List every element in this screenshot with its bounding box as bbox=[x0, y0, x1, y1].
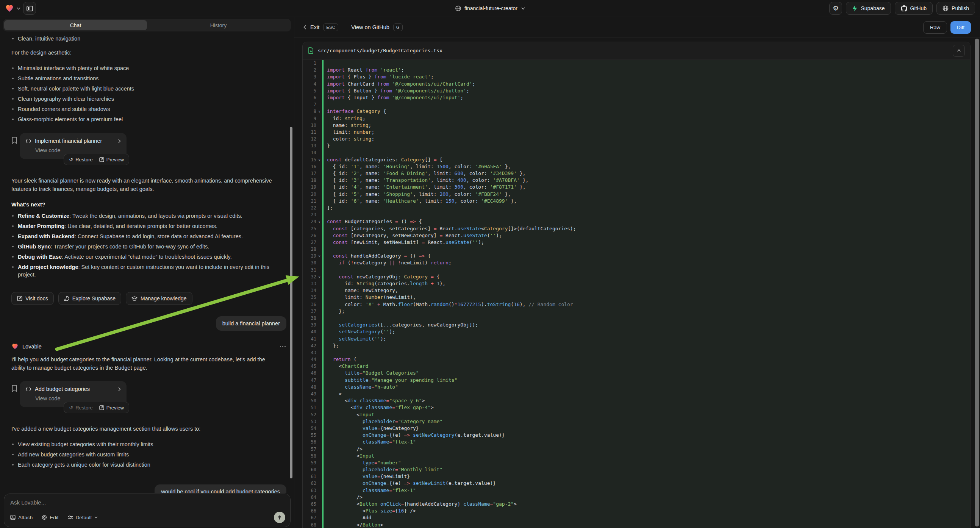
code-line: 23 bbox=[303, 212, 970, 218]
line-number: 12 bbox=[303, 135, 316, 142]
line-number: 8 bbox=[303, 108, 316, 115]
assistant-intro: I'll help you add budget categories to t… bbox=[11, 355, 279, 372]
line-number: 18 bbox=[303, 177, 316, 184]
code-line: 35 limit: Number(newLimit), bbox=[303, 294, 970, 301]
mode-selector[interactable]: Default bbox=[68, 515, 98, 520]
line-number: 6 bbox=[303, 94, 316, 101]
chevron-down-icon[interactable] bbox=[17, 7, 21, 10]
view-code-link[interactable]: View code bbox=[35, 147, 121, 153]
attach-button[interactable]: Attach bbox=[10, 515, 33, 520]
view-on-github-button[interactable]: View on GitHub G bbox=[351, 24, 402, 31]
edit-button[interactable]: Edit bbox=[42, 515, 58, 520]
line-number: 33 bbox=[303, 280, 316, 287]
code-line: 37 }; bbox=[303, 308, 970, 315]
code-line: 47 subtitle="Manage your spending limits… bbox=[303, 377, 970, 384]
code-line-content: placeholder="Category name" bbox=[322, 418, 970, 425]
code-line-content: return ( bbox=[322, 356, 970, 363]
sidebar-toggle-button[interactable] bbox=[23, 2, 36, 15]
tab-history[interactable]: History bbox=[147, 20, 290, 30]
chat-scrollback[interactable]: Clean, intuitive navigation For the desi… bbox=[0, 34, 294, 493]
fold-toggle-icon[interactable]: ∨ bbox=[316, 108, 322, 115]
code-line: 67 Add bbox=[303, 514, 970, 521]
version-card-add-budget-categories[interactable]: Add budget categories View code ↺Restore… bbox=[20, 381, 127, 407]
raw-button[interactable]: Raw bbox=[923, 21, 947, 34]
code-line-content bbox=[322, 315, 970, 321]
chat-composer[interactable]: Ask Lovable... Attach Edit Default bbox=[4, 493, 291, 527]
code-line: 12 color: string; bbox=[303, 135, 970, 142]
code-line-content: interface Category { bbox=[322, 108, 970, 115]
target-icon bbox=[42, 515, 47, 520]
code-line-content: <Button onClick={handleAddCategory} clas… bbox=[322, 501, 970, 507]
code-line: 39 setCategories([...categories, newCate… bbox=[303, 321, 970, 328]
file-card-header[interactable]: src/components/budget/BudgetCategories.t… bbox=[303, 42, 970, 59]
code-icon bbox=[25, 138, 32, 143]
code-line-content: const defaultCategories: Category[] = [ bbox=[322, 156, 970, 163]
preview-button[interactable]: Preview bbox=[99, 157, 124, 162]
code-line: 54 value={newCategory} bbox=[303, 425, 970, 432]
list-item: Expand with Backend: Connect Supabase to… bbox=[11, 232, 279, 240]
message-menu-button[interactable] bbox=[280, 346, 286, 347]
code-line-content: </Button> bbox=[322, 522, 970, 528]
tab-chat[interactable]: Chat bbox=[4, 20, 147, 30]
restore-button[interactable]: ↺Restore bbox=[69, 405, 92, 410]
supabase-button[interactable]: Supabase bbox=[846, 2, 891, 15]
project-switcher[interactable]: financial-future-creator bbox=[455, 0, 525, 17]
preview-button[interactable]: Preview bbox=[99, 405, 124, 410]
code-line-content: <Plus size={16} /> bbox=[322, 507, 970, 514]
arrow-up-icon bbox=[277, 515, 282, 520]
code-line: 34 name: newCategory, bbox=[303, 287, 970, 294]
code-editor[interactable]: 12import React from 'react';3import { Pl… bbox=[303, 60, 970, 528]
exit-button[interactable]: Exit ESC bbox=[304, 24, 338, 31]
chat-history-tabs: Chat History bbox=[3, 19, 291, 32]
code-line-content: <div className="space-y-6"> bbox=[322, 397, 970, 404]
line-number: 39 bbox=[303, 321, 316, 328]
line-number: 64 bbox=[303, 494, 316, 501]
manage-knowledge-button[interactable]: Manage knowledge bbox=[126, 292, 192, 305]
code-line-content: className="flex-1" bbox=[322, 439, 970, 445]
restore-button[interactable]: ↺Restore bbox=[69, 157, 92, 162]
globe-icon bbox=[455, 5, 461, 11]
line-number: 25 bbox=[303, 225, 316, 232]
version-card-implement-financial-planner[interactable]: Implement financial planner View code ↺R… bbox=[20, 133, 127, 159]
diff-button[interactable]: Diff bbox=[950, 21, 971, 34]
send-button[interactable] bbox=[274, 512, 285, 523]
fold-toggle-icon[interactable]: ∨ bbox=[316, 218, 322, 225]
line-number: 50 bbox=[303, 397, 316, 404]
line-number: 27 bbox=[303, 239, 316, 246]
fold-toggle-icon[interactable]: ∨ bbox=[316, 156, 322, 163]
lovable-logo[interactable] bbox=[5, 4, 14, 13]
code-line: 48 className="h-auto" bbox=[303, 384, 970, 391]
code-viewer-header: Exit ESC View on GitHub G Raw Diff bbox=[294, 17, 980, 38]
code-line: 66 <Plus size={16} /> bbox=[303, 507, 970, 514]
code-line: 13} bbox=[303, 142, 970, 149]
list-item: Add project knowledge: Set key context o… bbox=[11, 263, 279, 278]
line-number: 47 bbox=[303, 377, 316, 384]
code-line: 27 const [newLimit, setNewLimit] = React… bbox=[303, 239, 970, 246]
line-number: 13 bbox=[303, 142, 316, 149]
bookmark-icon[interactable] bbox=[11, 385, 18, 393]
image-icon bbox=[10, 515, 16, 520]
restore-icon: ↺ bbox=[69, 157, 73, 162]
bookmark-icon[interactable] bbox=[11, 137, 18, 144]
line-number: 41 bbox=[303, 336, 316, 342]
code-line-content: import { Input } from '@/components/ui/i… bbox=[322, 94, 970, 101]
settings-button[interactable]: ⚙ bbox=[829, 2, 842, 15]
github-button[interactable]: GitHub bbox=[895, 2, 933, 15]
version-card-title: Add budget categories bbox=[35, 386, 90, 392]
code-line-content: value={newCategory} bbox=[322, 425, 970, 432]
fold-toggle-icon[interactable]: ∨ bbox=[316, 274, 322, 280]
explore-supabase-button[interactable]: Explore Supabase bbox=[58, 292, 121, 305]
list-item: Rounded corners and subtle shadows bbox=[11, 105, 279, 113]
fold-toggle-icon[interactable]: ∨ bbox=[316, 253, 322, 259]
code-line: 59 type="number" bbox=[303, 460, 970, 466]
view-code-link[interactable]: View code bbox=[35, 396, 121, 401]
project-name: financial-future-creator bbox=[465, 5, 517, 11]
code-scrollbar-thumb[interactable] bbox=[975, 39, 979, 526]
user-message: would be cool if you could add budget ca… bbox=[154, 484, 286, 493]
chat-scrollbar-thumb[interactable] bbox=[290, 127, 293, 479]
collapse-file-button[interactable] bbox=[953, 45, 965, 57]
composer-input[interactable]: Ask Lovable... bbox=[10, 499, 284, 506]
code-line: 45 <ChartCard bbox=[303, 363, 970, 370]
publish-button[interactable]: Publish bbox=[936, 2, 975, 15]
visit-docs-button[interactable]: Visit docs bbox=[11, 292, 54, 305]
